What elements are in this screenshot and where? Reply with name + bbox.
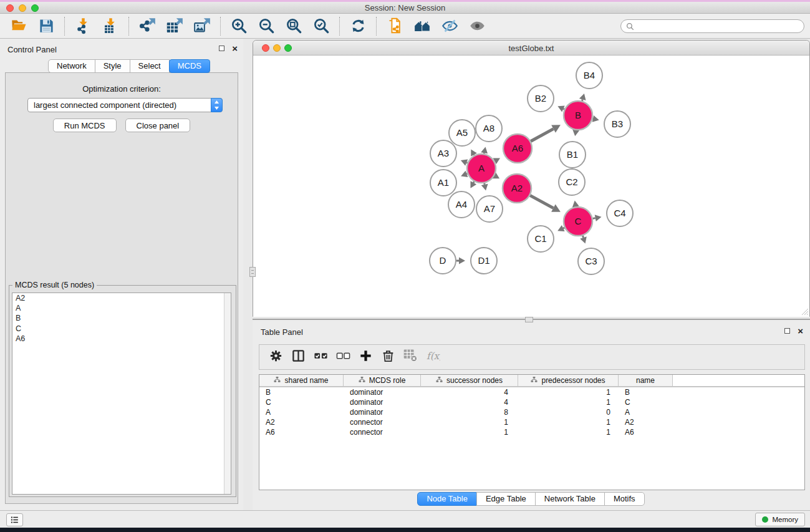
export-image-button[interactable] [190, 16, 215, 37]
save-session-button[interactable] [34, 16, 59, 37]
cell-predecessor-nodes[interactable]: 1 [518, 418, 619, 427]
table-row[interactable]: A6connector11A6 [259, 427, 804, 437]
memory-button[interactable]: Memory [755, 513, 805, 526]
import-table-button[interactable] [98, 16, 123, 37]
cell-successor-nodes[interactable]: 8 [421, 408, 518, 417]
tab-select[interactable]: Select [130, 59, 170, 73]
cell-shared-name[interactable]: A2 [259, 418, 344, 427]
add-column-button[interactable] [355, 347, 378, 368]
search-input[interactable] [637, 22, 799, 31]
graph-node-A6[interactable]: A6 [503, 134, 532, 163]
graph-node-A4[interactable]: A4 [448, 191, 475, 218]
column-header-shared-name[interactable]: shared name [259, 375, 344, 386]
cell-mcds-role[interactable]: dominator [344, 388, 421, 397]
graph-node-B2[interactable]: B2 [528, 85, 554, 112]
zoom-in-button[interactable] [226, 16, 251, 37]
cell-name[interactable]: A2 [619, 418, 673, 427]
graph-node-B[interactable]: B [564, 101, 592, 130]
mcds-result-item[interactable]: B [12, 313, 231, 323]
cell-predecessor-nodes[interactable]: 1 [518, 398, 619, 407]
cell-shared-name[interactable]: A6 [259, 428, 344, 437]
zoom-selected-button[interactable] [309, 16, 334, 37]
cell-predecessor-nodes[interactable]: 0 [518, 408, 619, 417]
close-table-panel-icon[interactable]: × [798, 327, 803, 334]
open-file-button[interactable] [6, 16, 31, 37]
export-network-button[interactable] [135, 16, 160, 37]
cell-mcds-role[interactable]: dominator [344, 408, 421, 417]
cell-predecessor-nodes[interactable]: 1 [518, 388, 619, 397]
hide-all-columns-button[interactable] [333, 347, 355, 368]
graph-node-C4[interactable]: C4 [607, 200, 633, 226]
column-header-predecessor-nodes[interactable]: predecessor nodes [518, 375, 619, 386]
graph-node-C2[interactable]: C2 [559, 169, 585, 195]
graph-node-A5[interactable]: A5 [449, 120, 475, 146]
graph-node-A3[interactable]: A3 [430, 140, 456, 167]
column-header-mcds-role[interactable]: MCDS role [344, 375, 421, 386]
tab-network[interactable]: Network [48, 59, 95, 73]
cell-name[interactable]: A6 [619, 428, 673, 437]
tab-network-table[interactable]: Network Table [535, 492, 605, 506]
graph-node-A8[interactable]: A8 [476, 115, 502, 142]
tab-node-table[interactable]: Node Table [417, 492, 477, 506]
export-table-button[interactable] [162, 16, 187, 37]
graph-node-A[interactable]: A [467, 154, 496, 183]
graph-node-B1[interactable]: B1 [559, 142, 586, 168]
tab-style[interactable]: Style [95, 59, 130, 73]
cell-shared-name[interactable]: C [259, 398, 344, 407]
graph-node-D1[interactable]: D1 [471, 248, 497, 274]
criterion-select[interactable]: largest connected component (directed) [27, 98, 223, 112]
run-mcds-button[interactable]: Run MCDS [53, 118, 117, 132]
mcds-result-item[interactable]: C [12, 324, 231, 334]
graph-node-B4[interactable]: B4 [576, 62, 602, 89]
zoom-out-button[interactable] [254, 16, 279, 37]
hide-selected-button[interactable] [437, 16, 462, 37]
cell-successor-nodes[interactable]: 4 [421, 388, 518, 397]
search-field[interactable] [620, 19, 804, 33]
mcds-result-item[interactable]: A [12, 303, 231, 313]
resize-grip-icon[interactable] [801, 308, 809, 316]
table-row[interactable]: Adominator80A [259, 407, 804, 417]
graph-node-A7[interactable]: A7 [476, 196, 503, 222]
zoom-fit-button[interactable] [281, 16, 306, 37]
cell-name[interactable]: A [619, 408, 673, 417]
float-panel-icon[interactable] [219, 46, 224, 51]
cell-name[interactable]: C [619, 398, 673, 407]
tab-mcds[interactable]: MCDS [169, 59, 210, 73]
cell-shared-name[interactable]: A [259, 408, 344, 417]
mcds-result-item[interactable]: A2 [12, 293, 231, 303]
cell-mcds-role[interactable]: connector [344, 418, 421, 427]
refresh-button[interactable] [345, 16, 370, 37]
column-header-successor-nodes[interactable]: successor nodes [421, 375, 518, 386]
first-neighbors-button[interactable] [410, 16, 435, 37]
network-canvas[interactable]: AA1A2A3A4A5A6A7A8BB1B2B3B4CC1C2C3C4DD1 [253, 56, 809, 317]
import-network-button[interactable] [70, 16, 95, 37]
graph-node-C1[interactable]: C1 [528, 226, 554, 252]
cell-successor-nodes[interactable]: 1 [421, 418, 518, 427]
mcds-result-list[interactable]: A2ABCA6 [12, 293, 231, 495]
cell-mcds-role[interactable]: dominator [344, 398, 421, 407]
graph-node-C3[interactable]: C3 [578, 248, 604, 274]
cell-shared-name[interactable]: B [259, 388, 344, 397]
list-scrollbar[interactable] [224, 293, 231, 494]
cell-successor-nodes[interactable]: 1 [421, 428, 518, 437]
cell-name[interactable]: B [619, 388, 673, 397]
show-all-columns-button[interactable] [311, 347, 333, 368]
graph-node-D[interactable]: D [430, 248, 456, 274]
column-visibility-button[interactable] [288, 347, 311, 368]
graph-node-C[interactable]: C [564, 207, 592, 236]
table-row[interactable]: A2connector11A2 [259, 417, 804, 427]
float-table-panel-icon[interactable] [784, 328, 790, 334]
table-row[interactable]: Cdominator41C [259, 397, 804, 407]
mcds-result-item[interactable]: A6 [12, 334, 231, 344]
graph-node-A2[interactable]: A2 [503, 174, 531, 203]
cell-predecessor-nodes[interactable]: 1 [518, 428, 619, 437]
horizontal-divider-grip[interactable] [525, 317, 533, 322]
new-network-from-selection-button[interactable] [382, 16, 407, 37]
tab-edge-table[interactable]: Edge Table [476, 492, 536, 506]
table-settings-button[interactable] [266, 347, 288, 368]
cell-mcds-role[interactable]: connector [344, 428, 421, 437]
task-history-button[interactable] [6, 513, 23, 526]
vertical-divider-grip[interactable] [249, 267, 256, 277]
graph-node-A1[interactable]: A1 [430, 170, 456, 196]
close-panel-icon[interactable]: × [232, 45, 238, 52]
